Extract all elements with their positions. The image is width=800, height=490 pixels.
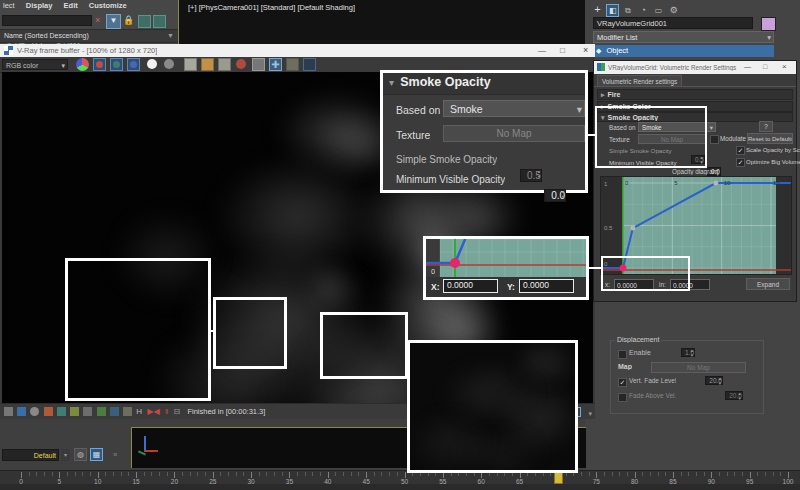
scene-explorer-icon[interactable] [138,15,151,28]
duplicate-buffer-button[interactable] [252,58,265,71]
vfb-titlebar[interactable]: V-Ray frame buffer - [100% of 1280 x 720… [0,44,595,57]
timeline-tick [121,472,122,476]
status-bar-icon[interactable] [110,407,119,416]
chevron-down-icon[interactable]: ▾ [61,449,70,461]
workspace-field[interactable]: Default [2,449,59,461]
rollout-fire[interactable]: ▸Fire [597,89,793,100]
fade-above-label: Fade Above Vel. [629,392,676,399]
create-tab-icon[interactable]: + [591,3,604,16]
callout-min-opacity-spinner[interactable]: 0.0 [544,189,566,202]
status-bar-icon[interactable]: ‖ [165,407,168,416]
close-button[interactable]: × [583,45,588,55]
timeline-tick [282,472,283,476]
close-button[interactable]: × [782,62,787,71]
channel-select[interactable]: RGB color [2,59,68,70]
status-bar-icon[interactable] [17,407,26,416]
modifier-stack-item[interactable]: ◆ Object [593,45,774,57]
modulate-checkbox[interactable] [710,135,719,144]
minimize-button[interactable]: — [538,46,546,55]
callout-rollout-header[interactable]: ▾ Smoke Opacity [383,73,585,95]
status-bar-icon[interactable]: ▶◀ [147,407,159,416]
timeline-tick [274,472,275,476]
minimize-button[interactable]: — [744,63,751,70]
reset-defaults-button[interactable]: Reset to Defaults [747,133,793,144]
hierarchy-tab-icon[interactable]: ⧉ [621,4,634,17]
maximize-button[interactable]: □ [560,46,565,55]
status-bar-icon[interactable]: H [136,407,142,416]
menu-edit[interactable]: Edit [64,1,78,10]
modify-tab-icon[interactable]: ◧ [606,4,619,17]
callout-simple-opacity-spinner[interactable]: 0.5 [520,169,542,182]
settings-titlebar[interactable]: VRayVolumeGrid: Volumetric Render Settin… [594,61,796,74]
utilities-tab-icon[interactable]: ⚙ [667,4,680,17]
timeline-tick [397,472,398,476]
region-render-button[interactable] [286,58,299,71]
menu-display[interactable]: Display [26,1,53,10]
motion-tab-icon[interactable]: ◔ [637,4,650,17]
optimize-grids-checkbox[interactable] [736,158,745,167]
viewport[interactable]: [+] [PhysCamera001] [Standard] [Default … [178,0,586,44]
svg-text:0.5: 0.5 [604,225,613,231]
menu-select[interactable]: lect [3,1,15,10]
blue-channel-button[interactable] [127,58,140,71]
clear-image-button[interactable] [218,58,231,71]
filter-icon[interactable]: ▼ [106,14,121,29]
fade-above-checkbox[interactable] [618,393,627,402]
menu-customize[interactable]: Customize [89,1,127,10]
red-channel-button[interactable] [93,58,106,71]
application-window: lect Display Edit Customize × ▼ 🔒 Name (… [0,0,800,490]
chevron-down-icon[interactable]: ▾ [588,406,592,419]
compare-button[interactable] [303,58,316,71]
skeleton-toggle-button[interactable]: ▦ [90,448,103,461]
x-field[interactable]: 0.0000 [443,279,498,293]
status-bar-icon[interactable] [97,407,106,416]
overflow-chevrons[interactable]: » [113,450,117,459]
timeline-ruler[interactable]: 0510152025303540455055606570758085909510… [0,470,800,485]
object-color-swatch[interactable] [761,17,776,31]
lock-icon[interactable]: 🔒 [123,15,134,25]
load-image-button[interactable] [201,58,214,71]
fade-above-spinner[interactable]: 20.0 [725,391,743,400]
green-channel-button[interactable] [110,58,123,71]
annotation-box-3 [320,312,408,379]
alpha-mode-button[interactable] [163,58,176,71]
search-input[interactable] [2,15,92,26]
scene-explorer-icon[interactable] [153,15,166,28]
status-bar-icon[interactable] [83,407,92,416]
toggle-button[interactable]: ◍ [74,448,87,461]
timeline-tick [650,472,651,476]
abort-render-button[interactable] [235,58,248,71]
color-wheel-icon[interactable] [76,58,89,71]
save-image-button[interactable] [184,58,197,71]
object-name-field[interactable]: VRayVolumeGrid001 [593,17,753,29]
status-bar-icon[interactable] [123,407,132,416]
scale-units-checkbox[interactable] [736,146,745,155]
vert-fade-spinner[interactable]: 20.0 [705,376,723,385]
status-bar-icon[interactable]: ⊟ [173,407,180,416]
track-mouse-button[interactable]: ✚ [269,58,282,71]
displacement-amount-spinner[interactable]: 1.0 [681,348,695,357]
displacement-enable-checkbox[interactable] [618,350,627,359]
clear-search-icon[interactable]: × [95,15,100,25]
display-tab-icon[interactable]: ▭ [652,4,665,17]
status-bar-icon[interactable] [57,407,66,416]
status-bar-icon[interactable] [30,407,39,416]
callout-texture-button[interactable]: No Map [443,125,585,142]
timeline-tick [320,472,321,476]
status-bar-icon[interactable] [4,407,13,416]
y-field[interactable]: 0.0000 [519,279,574,293]
rgb-mode-button[interactable] [146,58,159,71]
timeline-tick [259,472,260,476]
vert-fade-checkbox[interactable] [618,378,627,387]
svg-text:15: 15 [773,180,780,186]
displacement-map-button[interactable]: No Map [651,362,746,373]
status-bar-icon[interactable] [44,407,53,416]
timeline-tick [719,472,720,476]
viewport-label[interactable]: [+] [PhysCamera001] [Standard] [Default … [188,3,355,12]
callout-based-on-dropdown[interactable]: Smoke [443,100,585,117]
modifier-list-dropdown[interactable]: Modifier List [593,31,774,43]
help-button[interactable]: ? [759,121,773,132]
status-bar-icon[interactable] [70,407,79,416]
maximize-button[interactable]: □ [763,63,767,70]
expand-button[interactable]: Expand [746,278,790,290]
